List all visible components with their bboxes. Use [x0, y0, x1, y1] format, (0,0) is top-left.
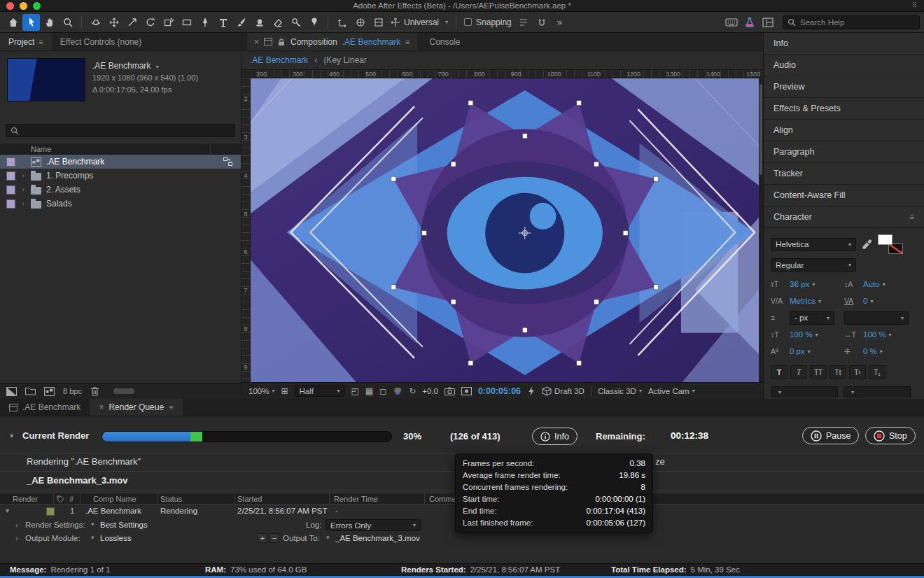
tab-effect-controls[interactable]: Effect Controls (none)	[52, 33, 150, 50]
rectangle-tool-icon[interactable]	[178, 14, 195, 31]
faux-italic-button[interactable]: T	[790, 365, 807, 379]
minimize-window-button[interactable]	[20, 2, 27, 10]
snapping-checkbox[interactable]	[464, 18, 472, 26]
expand-chevron-icon[interactable]: ›	[15, 534, 18, 542]
expand-chevron-icon[interactable]: ›	[15, 521, 18, 529]
output-module-value[interactable]: Lossless	[100, 534, 132, 542]
render-settings-value[interactable]: Best Settings	[100, 521, 148, 529]
horizontal-ruler[interactable]: 2003004005006007008009001000110012001300…	[251, 70, 763, 78]
clone-stamp-tool-icon[interactable]	[251, 14, 268, 31]
view-axis-mode-icon[interactable]	[370, 14, 387, 31]
horizontal-scale-value[interactable]: 100 %▾	[863, 330, 918, 339]
stroke-width-select[interactable]: - px▾	[790, 311, 834, 325]
tab-console[interactable]: Console	[423, 37, 468, 47]
column-render-time[interactable]: Render Time	[334, 495, 378, 503]
tracking-value[interactable]: 0▾	[863, 297, 918, 305]
collapse-chevron-icon[interactable]: ▾	[10, 432, 13, 439]
column-comp-name[interactable]: Comp Name	[93, 495, 136, 503]
output-to-value[interactable]: _AE Benchmark_3.mov	[335, 534, 420, 542]
kerning-value[interactable]: Metrics▾	[790, 297, 844, 305]
list-item-folder-precomps[interactable]: › 1. Precomps	[0, 169, 241, 183]
keyboard-icon[interactable]	[722, 14, 740, 31]
faux-bold-button[interactable]: T	[771, 365, 788, 379]
zoom-window-button[interactable]	[33, 2, 41, 10]
world-axis-mode-icon[interactable]	[351, 14, 369, 31]
tab-render-queue[interactable]: × Render Queue ≡	[90, 399, 182, 416]
breadcrumb-comp-link[interactable]: .AE Benchmark	[250, 55, 308, 65]
rotation-tool-icon[interactable]	[141, 14, 159, 31]
chevron-down-icon[interactable]: ▾	[91, 534, 94, 541]
draft-3d-toggle[interactable]: Draft 3D	[542, 386, 584, 396]
tab-composition[interactable]: × Composition .AE Benchmark ≡	[247, 33, 417, 50]
chevron-down-icon[interactable]: ▾	[156, 64, 159, 70]
panel-tab-tracker[interactable]: Tracker	[764, 163, 924, 185]
puppet-pin-tool-icon[interactable]	[305, 14, 323, 31]
panel-tab-align[interactable]: Align	[764, 120, 924, 141]
current-time-display[interactable]: 0:00:05:06	[478, 386, 521, 396]
pan-behind-tool-icon[interactable]	[160, 14, 177, 31]
grid-and-guides-icon[interactable]: ⊞	[281, 386, 288, 396]
lock-icon[interactable]	[277, 38, 286, 46]
vertical-ruler[interactable]: 23456789	[241, 78, 251, 382]
zoom-tool-icon[interactable]	[59, 14, 76, 31]
selection-tool-icon[interactable]	[22, 14, 40, 31]
roto-brush-tool-icon[interactable]	[287, 14, 304, 31]
expand-chevron-icon[interactable]: ›	[20, 172, 26, 179]
camera-view-select[interactable]: Active Cam▾	[648, 387, 695, 395]
close-icon[interactable]: ×	[99, 402, 104, 412]
mask-visibility-icon[interactable]: ◻	[379, 386, 386, 396]
region-of-interest-icon[interactable]: ◰	[351, 386, 359, 396]
snap-options-icon[interactable]	[515, 14, 533, 31]
column-status[interactable]: Status	[160, 495, 182, 503]
eyedropper-icon[interactable]	[862, 239, 872, 250]
leading-value[interactable]: Auto▾	[863, 280, 918, 288]
chevron-down-icon[interactable]: ▾	[91, 521, 94, 528]
new-composition-icon[interactable]	[44, 387, 55, 396]
expand-chevron-icon[interactable]: ›	[20, 186, 26, 193]
font-style-select[interactable]: Regular▾	[771, 258, 856, 272]
chevron-down-icon[interactable]: ▾	[326, 534, 330, 541]
label-color-chip[interactable]	[6, 157, 15, 167]
pen-tool-icon[interactable]	[196, 14, 214, 31]
transparency-grid-icon[interactable]: ▦	[365, 386, 373, 396]
dolly-camera-tool-icon[interactable]	[123, 14, 141, 31]
hand-tool-icon[interactable]	[41, 14, 58, 31]
eraser-tool-icon[interactable]	[269, 14, 286, 31]
interpret-footage-icon[interactable]	[6, 387, 17, 396]
scrollbar-thumb[interactable]	[760, 84, 762, 175]
column-render[interactable]: Render	[13, 495, 38, 503]
baseline-shift-value[interactable]: 0 px▾	[790, 347, 844, 355]
list-item-folder-salads[interactable]: › Salads	[0, 197, 241, 211]
orbit-camera-tool-icon[interactable]	[87, 14, 104, 31]
font-size-value[interactable]: 36 px▾	[790, 280, 844, 288]
label-color-chip[interactable]	[6, 199, 15, 209]
small-caps-button[interactable]: Tt	[830, 365, 846, 379]
label-column-icon[interactable]	[57, 495, 64, 503]
expand-chevron-icon[interactable]: ›	[20, 200, 26, 207]
panels-layout-icon[interactable]	[759, 14, 776, 31]
magnification-select[interactable]: 100%▾	[248, 387, 274, 395]
universal-axis-dropdown[interactable]: Universal ▾	[388, 17, 451, 27]
brush-tool-icon[interactable]	[232, 14, 250, 31]
log-select[interactable]: Errors Only▾	[326, 519, 421, 531]
panel-menu-icon[interactable]: ≡	[405, 38, 410, 46]
superscript-button[interactable]: T¹	[849, 365, 866, 379]
info-button[interactable]: Info	[532, 428, 578, 445]
name-column-header[interactable]: Name	[31, 145, 51, 153]
panel-tab-content-aware-fill[interactable]: Content-Aware Fill	[764, 185, 924, 206]
all-caps-button[interactable]: TT	[810, 365, 827, 379]
panel-tab-preview[interactable]: Preview	[764, 76, 924, 98]
fill-color-swatch[interactable]	[878, 234, 892, 245]
project-search-box[interactable]	[6, 124, 235, 137]
resolution-select[interactable]: Half▾	[295, 385, 345, 397]
clipped-select[interactable]: ▾	[844, 386, 911, 397]
close-icon[interactable]: ×	[254, 37, 259, 47]
snap-magnet-icon[interactable]	[533, 14, 551, 31]
panel-tab-paragraph[interactable]: Paragraph	[764, 141, 924, 163]
column-started[interactable]: Started	[237, 495, 262, 503]
reset-exposure-icon[interactable]: ↻	[409, 386, 416, 396]
project-list-header[interactable]: Name	[0, 143, 241, 155]
titlebar-grid-icon[interactable]: ⠿	[912, 1, 917, 9]
toolbar-overflow-chevron[interactable]: »	[552, 17, 568, 27]
type-tool-icon[interactable]	[214, 14, 232, 31]
